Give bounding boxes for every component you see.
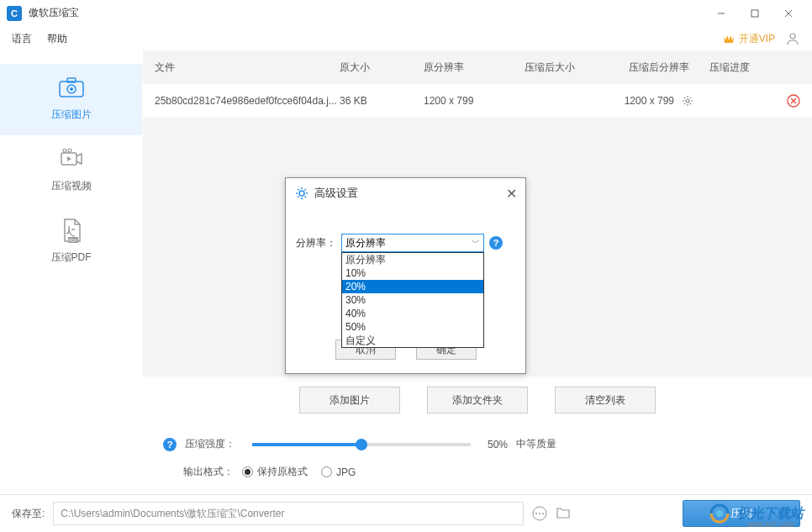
gear-icon <box>294 186 309 201</box>
svg-point-22 <box>542 513 544 514</box>
more-icon[interactable] <box>532 506 547 521</box>
menubar: 语言 帮助 开通VIP <box>0 27 812 50</box>
sidebar-item-image[interactable]: 压缩图片 <box>0 64 142 135</box>
gear-icon[interactable] <box>682 95 693 107</box>
svg-point-20 <box>535 513 537 514</box>
path-input[interactable] <box>53 502 524 525</box>
sidebar-item-label: 压缩PDF <box>51 250 92 265</box>
svg-point-24 <box>716 510 723 517</box>
radio-label: 保持原格式 <box>257 465 308 479</box>
radio-jpg[interactable]: JPG <box>321 466 356 478</box>
menu-help[interactable]: 帮助 <box>47 32 67 46</box>
strength-slider[interactable] <box>252 443 471 446</box>
window-controls <box>704 0 805 27</box>
strength-row: ? 压缩强度： 50% 中等质量 <box>143 430 812 458</box>
camera-icon <box>58 74 85 101</box>
pdf-icon: PDF <box>58 217 85 244</box>
svg-point-23 <box>299 191 304 196</box>
format-row: 输出格式： 保持原格式 JPG <box>143 458 812 494</box>
sidebar-item-pdf[interactable]: PDF 压缩PDF <box>0 207 142 278</box>
advanced-settings-dialog: 高级设置 ✕ 分辨率： 原分辨率 ﹀ 原分辨率 10% 20% 30% 40% … <box>285 177 526 374</box>
chevron-down-icon: ﹀ <box>472 237 480 249</box>
dialog-header: 高级设置 ✕ <box>286 178 525 208</box>
help-icon[interactable]: ? <box>489 236 503 250</box>
add-image-button[interactable]: 添加图片 <box>299 387 400 413</box>
titlebar: C 傲软压缩宝 <box>0 0 812 27</box>
sidebar: 压缩图片 压缩视频 PDF 压缩PDF <box>0 50 143 494</box>
dialog-title: 高级设置 <box>314 186 506 201</box>
col-header-origsize: 原大小 <box>340 61 424 75</box>
cell-file: 25b80cd281c74e986edef0fcce6f04da.j... <box>155 95 340 107</box>
help-icon[interactable]: ? <box>163 438 177 451</box>
clear-list-button[interactable]: 清空列表 <box>555 387 656 413</box>
dialog-close-button[interactable]: ✕ <box>506 186 517 202</box>
folder-icon[interactable] <box>556 506 571 521</box>
svg-point-21 <box>539 513 540 514</box>
slider-thumb[interactable] <box>356 439 367 450</box>
svg-text:PDF: PDF <box>69 238 77 243</box>
menu-language[interactable]: 语言 <box>12 32 32 46</box>
select-value: 原分辨率 <box>345 236 386 250</box>
vip-label: 开通VIP <box>739 32 775 46</box>
svg-rect-8 <box>67 78 76 82</box>
resolution-select[interactable]: 原分辨率 ﹀ <box>341 234 484 252</box>
dropdown-option[interactable]: 20% <box>342 280 483 293</box>
svg-rect-1 <box>751 10 758 17</box>
minimize-button[interactable] <box>704 0 738 27</box>
video-icon <box>58 145 85 172</box>
dropdown-option[interactable]: 50% <box>342 320 483 334</box>
maximize-button[interactable] <box>738 0 772 27</box>
strength-desc: 中等质量 <box>516 437 556 451</box>
sidebar-item-video[interactable]: 压缩视频 <box>0 135 142 207</box>
sidebar-item-label: 压缩视频 <box>51 179 92 193</box>
app-title: 傲软压缩宝 <box>29 6 79 20</box>
cell-origres: 1200 x 799 <box>424 95 525 107</box>
table-row[interactable]: 25b80cd281c74e986edef0fcce6f04da.j... 36… <box>143 84 812 118</box>
saveto-label: 保存至: <box>12 507 45 521</box>
svg-point-12 <box>68 149 71 152</box>
watermark-logo-icon <box>708 502 731 525</box>
compres-value: 1200 x 799 <box>625 95 674 107</box>
svg-point-4 <box>790 34 795 39</box>
table-header: 文件 原大小 原分辨率 压缩后大小 压缩后分辨率 压缩进度 <box>143 50 812 84</box>
strength-label: 压缩强度： <box>185 437 235 451</box>
dropdown-option[interactable]: 40% <box>342 307 483 320</box>
col-header-file: 文件 <box>155 61 340 75</box>
col-header-compsize: 压缩后大小 <box>525 61 609 75</box>
dropdown-option[interactable]: 自定义 <box>342 334 483 347</box>
action-buttons: 添加图片 添加文件夹 清空列表 <box>143 377 812 430</box>
strength-value: 50% <box>488 439 508 450</box>
radio-icon <box>321 466 332 477</box>
radio-keep-format[interactable]: 保持原格式 <box>242 465 308 479</box>
add-folder-button[interactable]: 添加文件夹 <box>427 387 528 413</box>
close-button[interactable] <box>772 0 805 27</box>
dropdown-option[interactable]: 原分辨率 <box>342 253 483 266</box>
resolution-label: 分辨率： <box>296 234 336 250</box>
sidebar-item-label: 压缩图片 <box>51 108 92 122</box>
user-icon[interactable] <box>785 31 800 46</box>
app-icon: C <box>7 6 22 21</box>
dropdown-option[interactable]: 10% <box>342 266 483 280</box>
bottombar: 保存至: 压缩 <box>0 494 812 532</box>
svg-point-11 <box>63 149 66 152</box>
radio-icon <box>242 466 253 477</box>
watermark-sub: www.xz7.com <box>747 520 794 529</box>
resolution-dropdown: 原分辨率 10% 20% 30% 40% 50% 自定义 <box>341 252 484 348</box>
svg-point-15 <box>686 99 689 103</box>
col-header-compres: 压缩后分辨率 <box>609 61 709 75</box>
vip-link[interactable]: 开通VIP <box>722 32 775 46</box>
cell-origsize: 36 KB <box>340 95 424 107</box>
col-header-progress: 压缩进度 <box>709 61 777 75</box>
dropdown-option[interactable]: 30% <box>342 293 483 307</box>
format-label: 输出格式： <box>183 465 234 479</box>
radio-label: JPG <box>336 466 356 478</box>
svg-marker-10 <box>67 156 71 161</box>
svg-point-7 <box>70 87 73 91</box>
crown-icon <box>722 33 736 45</box>
delete-icon[interactable] <box>787 94 800 108</box>
col-header-origres: 原分辨率 <box>424 61 525 75</box>
cell-compres: 1200 x 799 <box>609 95 709 108</box>
